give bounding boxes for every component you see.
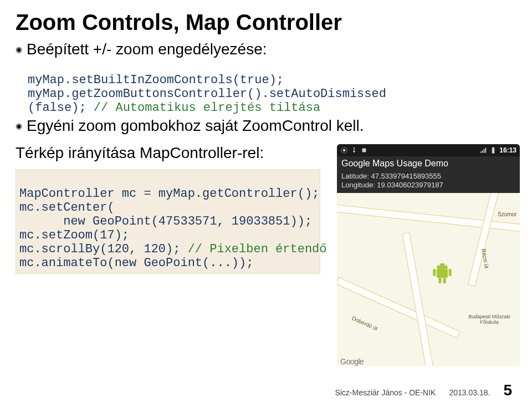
status-time: 16:13 — [499, 146, 516, 154]
longitude-text: Longitude: 19.03406023979187 — [341, 181, 515, 190]
latitude-text: Latitude: 47.533979415893555 — [341, 172, 515, 181]
phone-screenshot: 16:13 Google Maps Usage Demo Latitude: 4… — [337, 144, 520, 366]
android-marker-icon — [431, 260, 453, 286]
code-line: mc.scrollBy(120, 120); — [19, 242, 188, 256]
code-line: mc.animateTo(new GeoPoint(...)); — [19, 256, 253, 270]
poi-label: Budapesti Műszaki Főiskola — [459, 314, 520, 325]
road-label: Szomor — [498, 211, 516, 217]
bullet-2-text: Egyéni zoom gombokhoz saját ZoomControl … — [27, 117, 364, 135]
code-line: (false); — [28, 101, 94, 115]
svg-rect-6 — [433, 269, 436, 276]
svg-rect-8 — [438, 278, 441, 283]
footer-date: 2013.03.18. — [449, 388, 490, 397]
svg-rect-7 — [449, 269, 452, 276]
bullet-2: ◉ Egyéni zoom gombokhoz saját ZoomContro… — [16, 117, 516, 135]
battery-icon — [489, 146, 497, 154]
coordinates-readout: Latitude: 47.533979415893555 Longitude: … — [337, 171, 520, 193]
footer-author: Sicz-Mesziár János - OE-NIK — [335, 388, 436, 397]
code-line: mc.setCenter( — [19, 201, 115, 215]
google-watermark: Google — [340, 357, 364, 366]
svg-rect-3 — [492, 147, 495, 154]
status-bar: 16:13 — [337, 144, 520, 156]
code-line: MapController mc = myMap.getController()… — [19, 187, 319, 201]
usb-icon — [350, 146, 358, 154]
signal-icon — [479, 146, 487, 154]
svg-rect-2 — [362, 149, 366, 152]
svg-point-0 — [343, 149, 346, 152]
svg-rect-5 — [437, 269, 448, 278]
code-comment: // Pixelben értendő — [188, 242, 327, 256]
debug-icon — [360, 146, 368, 154]
app-title: Google Maps Usage Demo — [337, 156, 520, 171]
bullet-icon: ◉ — [16, 40, 22, 58]
road-label: Bécsi út — [480, 248, 490, 269]
svg-rect-4 — [493, 147, 494, 147]
code-line: myMap.setBuiltInZoomControls(true); — [28, 73, 284, 87]
slide-title: Zoom Controls, Map Controller — [16, 10, 516, 35]
code-block-2: MapController mc = myMap.getController()… — [16, 169, 320, 274]
road-label: Doberdó út — [351, 315, 379, 332]
code-line: mc.setZoom(17); — [19, 228, 129, 242]
bullet-1: ◉ Beépített +/- zoom engedélyezése: — [16, 40, 516, 58]
code-comment: // Automatikus elrejtés tiltása — [94, 101, 320, 115]
bullet-icon: ◉ — [16, 117, 22, 135]
code-line: myMap.getZoomButtonsController().setAuto… — [28, 87, 386, 101]
location-icon — [340, 146, 348, 154]
bullet-1-text: Beépített +/- zoom engedélyezése: — [27, 40, 267, 58]
page-number: 5 — [503, 381, 512, 399]
slide-footer: Sicz-Mesziár János - OE-NIK 2013.03.18. … — [0, 381, 532, 399]
svg-rect-9 — [443, 278, 446, 283]
code-line: new GeoPoint(47533571, 19033851)); — [19, 215, 312, 228]
code-block-1: myMap.setBuiltInZoomControls(true); myMa… — [28, 59, 516, 115]
svg-point-10 — [439, 264, 441, 266]
map-area: Doberdó út Bécsi út Szomor Budapesti Műs… — [337, 193, 520, 366]
svg-point-11 — [444, 264, 446, 266]
